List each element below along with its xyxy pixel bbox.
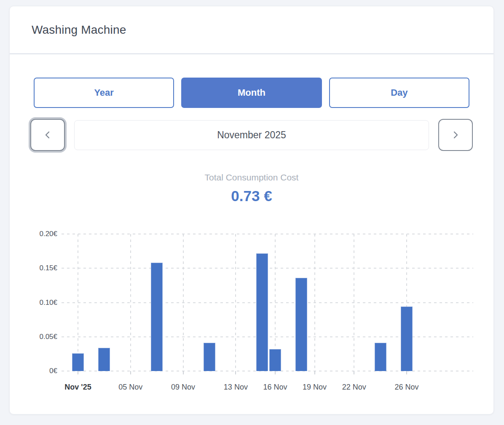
bar-day-18[interactable] xyxy=(295,278,307,371)
current-period-display: November 2025 xyxy=(74,120,429,150)
bar-day-24[interactable] xyxy=(375,343,386,371)
x-axis-tick xyxy=(406,371,407,374)
x-axis-label: Nov '25 xyxy=(51,382,105,392)
prev-period-button[interactable] xyxy=(30,119,65,151)
period-navigation: November 2025 xyxy=(30,116,473,153)
y-axis-label: 0.10€ xyxy=(10,298,57,307)
bar-day-11[interactable] xyxy=(204,343,215,371)
bar-day-3[interactable] xyxy=(98,348,110,371)
y-gridline xyxy=(62,234,473,234)
x-axis-label: 22 Nov xyxy=(327,382,381,392)
x-gridline xyxy=(314,234,315,371)
page-title: Washing Machine xyxy=(32,23,126,37)
bar-day-16[interactable] xyxy=(269,349,281,371)
card-header: Washing Machine xyxy=(10,6,493,54)
x-axis-tick xyxy=(183,371,184,374)
tab-day[interactable]: Day xyxy=(329,78,469,108)
summary-label: Total Consumption Cost xyxy=(10,172,493,183)
consumption-summary: Total Consumption Cost 0.73 € xyxy=(10,172,493,204)
summary-value: 0.73 € xyxy=(10,188,493,204)
x-gridline xyxy=(78,234,78,371)
bar-day-26[interactable] xyxy=(401,307,413,371)
chevron-left-icon xyxy=(43,130,53,140)
consumption-bar-chart: 0.20€0.15€0.10€0.05€0€Nov '2505 Nov09 No… xyxy=(10,6,493,414)
y-axis-label: 0.20€ xyxy=(10,229,57,239)
x-axis-tick xyxy=(354,371,354,374)
x-gridline xyxy=(235,234,236,371)
x-axis-label: 26 Nov xyxy=(379,382,434,392)
x-axis-tick xyxy=(275,371,276,374)
x-gridline xyxy=(130,234,131,371)
x-gridline xyxy=(354,234,354,371)
y-axis-label: 0.15€ xyxy=(10,264,57,273)
x-axis-tick xyxy=(78,371,78,374)
device-card: Washing Machine Year Month Day November … xyxy=(9,6,494,414)
x-axis-tick xyxy=(130,371,131,374)
tab-year[interactable]: Year xyxy=(34,78,174,108)
y-axis-label: 0.05€ xyxy=(10,332,57,342)
next-period-button[interactable] xyxy=(438,119,473,151)
period-tabs: Year Month Day xyxy=(34,78,469,108)
bar-day-15[interactable] xyxy=(256,253,268,371)
y-axis-label: 0€ xyxy=(10,366,57,376)
bar-day-1[interactable] xyxy=(72,353,84,371)
x-axis-label: 05 Nov xyxy=(103,382,158,392)
x-axis-tick xyxy=(235,371,236,374)
tab-month[interactable]: Month xyxy=(181,78,322,108)
x-gridline xyxy=(183,234,184,371)
chevron-right-icon xyxy=(450,130,461,140)
x-axis-label: 09 Nov xyxy=(156,382,211,392)
x-axis-tick xyxy=(314,371,315,374)
bar-day-7[interactable] xyxy=(151,263,163,371)
